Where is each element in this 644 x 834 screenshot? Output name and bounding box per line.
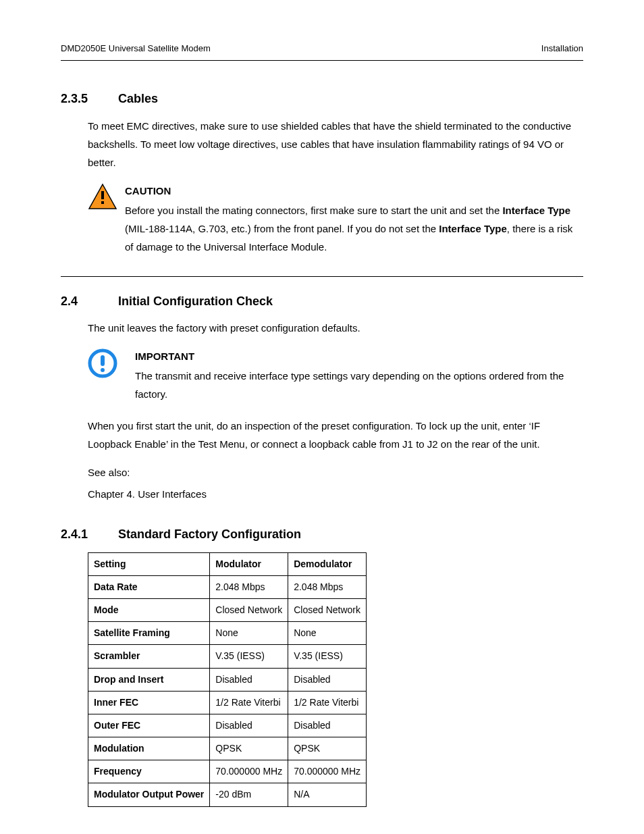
heading-2-3-5: 2.3.5 Cables <box>61 88 583 109</box>
heading-number: 2.4 <box>61 290 115 312</box>
col-demodulator: Demodulator <box>288 552 367 575</box>
table-row: Satellite FramingNoneNone <box>88 622 367 645</box>
cell-demodulator: None <box>288 622 367 645</box>
table-row: Data Rate2.048 Mbps2.048 Mbps <box>88 575 367 598</box>
cell-modulator: QPSK <box>210 737 288 760</box>
heading-2-4-1: 2.4.1 Standard Factory Configuration <box>61 523 583 545</box>
table-row: Frequency70.000000 MHz70.000000 MHz <box>88 760 367 783</box>
table-row: ModeClosed NetworkClosed Network <box>88 598 367 621</box>
table-row: Outer FECDisabledDisabled <box>88 714 367 737</box>
cell-demodulator: 2.048 Mbps <box>288 575 367 598</box>
cell-setting: Inner FEC <box>88 691 210 714</box>
see-also-ref: Chapter 4. User Interfaces <box>88 485 583 503</box>
factory-configuration-table: Setting Modulator Demodulator Data Rate2… <box>88 552 367 807</box>
heading-title: Cables <box>118 92 158 105</box>
page-header: DMD2050E Universal Satellite Modem Insta… <box>61 41 583 61</box>
cell-demodulator: 70.000000 MHz <box>288 760 367 783</box>
table-row: ScramblerV.35 (IESS)V.35 (IESS) <box>88 645 367 668</box>
table-row: Inner FEC1/2 Rate Viterbi1/2 Rate Viterb… <box>88 691 367 714</box>
cell-modulator: 70.000000 MHz <box>210 760 288 783</box>
cell-setting: Mode <box>88 598 210 621</box>
heading-title: Standard Factory Configuration <box>118 527 301 541</box>
paragraph: When you first start the unit, do an ins… <box>88 417 583 453</box>
important-callout: IMPORTANT The transmit and receive inter… <box>88 347 583 403</box>
svg-rect-1 <box>101 191 104 199</box>
important-icon <box>88 347 135 403</box>
cell-setting: Data Rate <box>88 575 210 598</box>
cell-modulator: Disabled <box>210 668 288 691</box>
paragraph: To meet EMC directives, make sure to use… <box>88 117 583 172</box>
caution-title: CAUTION <box>125 182 583 200</box>
svg-rect-4 <box>101 355 105 366</box>
caution-text: Before you install the mating connectors… <box>125 201 583 256</box>
cell-setting: Frequency <box>88 760 210 783</box>
col-setting: Setting <box>88 552 210 575</box>
important-body: IMPORTANT The transmit and receive inter… <box>135 347 583 403</box>
table-row: Drop and InsertDisabledDisabled <box>88 668 367 691</box>
svg-point-5 <box>101 368 105 372</box>
cell-modulator: None <box>210 622 288 645</box>
table-header-row: Setting Modulator Demodulator <box>88 552 367 575</box>
cell-setting: Scrambler <box>88 645 210 668</box>
cell-setting: Modulator Output Power <box>88 783 210 806</box>
cell-modulator: Disabled <box>210 714 288 737</box>
heading-title: Initial Configuration Check <box>118 294 273 308</box>
col-modulator: Modulator <box>210 552 288 575</box>
table-row: ModulationQPSKQPSK <box>88 737 367 760</box>
cell-demodulator: QPSK <box>288 737 367 760</box>
cell-modulator: V.35 (IESS) <box>210 645 288 668</box>
cell-setting: Satellite Framing <box>88 622 210 645</box>
header-right: Installation <box>541 41 583 56</box>
cell-setting: Drop and Insert <box>88 668 210 691</box>
cell-modulator: -20 dBm <box>210 783 288 806</box>
cell-demodulator: Closed Network <box>288 598 367 621</box>
caution-callout: CAUTION Before you install the mating co… <box>88 182 583 256</box>
cell-demodulator: 1/2 Rate Viterbi <box>288 691 367 714</box>
cell-setting: Modulation <box>88 737 210 760</box>
caution-icon <box>88 182 125 256</box>
paragraph: The unit leaves the factory with preset … <box>88 319 583 337</box>
cell-setting: Outer FEC <box>88 714 210 737</box>
table-row: Modulator Output Power-20 dBmN/A <box>88 783 367 806</box>
heading-number: 2.3.5 <box>61 88 115 109</box>
section-divider <box>61 276 583 277</box>
header-left: DMD2050E Universal Satellite Modem <box>61 41 211 56</box>
heading-2-4: 2.4 Initial Configuration Check <box>61 290 583 312</box>
important-text: The transmit and receive interface type … <box>135 367 583 403</box>
heading-number: 2.4.1 <box>61 523 115 545</box>
cell-demodulator: Disabled <box>288 714 367 737</box>
svg-rect-2 <box>101 201 104 204</box>
cell-demodulator: V.35 (IESS) <box>288 645 367 668</box>
cell-demodulator: Disabled <box>288 668 367 691</box>
cell-modulator: Closed Network <box>210 598 288 621</box>
caution-body: CAUTION Before you install the mating co… <box>125 182 583 256</box>
cell-modulator: 1/2 Rate Viterbi <box>210 691 288 714</box>
cell-demodulator: N/A <box>288 783 367 806</box>
important-title: IMPORTANT <box>135 347 583 365</box>
cell-modulator: 2.048 Mbps <box>210 575 288 598</box>
see-also-label: See also: <box>88 463 583 481</box>
